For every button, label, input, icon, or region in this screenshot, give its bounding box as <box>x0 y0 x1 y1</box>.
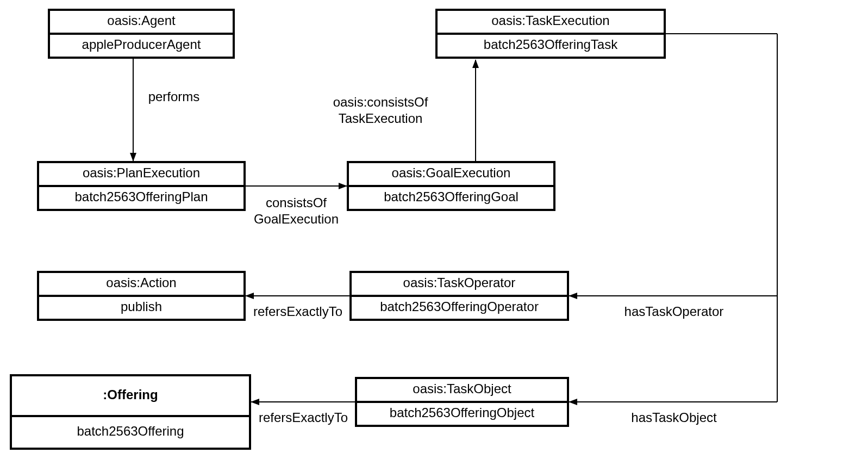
node-task-operator-header: oasis:TaskOperator <box>403 275 516 290</box>
edge-has-task-operator-label: hasTaskOperator <box>625 304 724 319</box>
node-offering-header: :Offering <box>103 387 158 402</box>
node-goal-execution: oasis:GoalExecution batch2563OfferingGoa… <box>348 162 554 210</box>
node-task-execution-value: batch2563OfferingTask <box>484 37 618 52</box>
edge-consists-of-task: oasis:consistsOf TaskExecution <box>333 60 476 161</box>
node-agent-header: oasis:Agent <box>107 13 176 28</box>
node-agent-value: appleProducerAgent <box>82 37 201 52</box>
node-plan-execution-value: batch2563OfferingPlan <box>74 189 208 204</box>
edge-refers-exactly-to-action-label: refersExactlyTo <box>253 304 342 319</box>
edge-consists-of-goal-label1: consistsOf <box>266 195 327 210</box>
node-task-object-header: oasis:TaskObject <box>413 381 511 396</box>
edge-performs-label: performs <box>148 89 200 104</box>
node-action: oasis:Action publish <box>38 272 245 320</box>
node-task-operator-value: batch2563OfferingOperator <box>380 299 539 314</box>
node-task-execution: oasis:TaskExecution batch2563OfferingTas… <box>436 10 665 58</box>
node-offering: :Offering batch2563Offering <box>11 375 250 449</box>
edge-consists-of-task-label2: TaskExecution <box>339 111 423 126</box>
node-task-object: oasis:TaskObject batch2563OfferingObject <box>356 378 568 426</box>
edge-consists-of-task-label1: oasis:consistsOf <box>333 95 428 109</box>
ontology-diagram: oasis:Agent appleProducerAgent oasis:Tas… <box>0 0 868 465</box>
edge-consists-of-goal: consistsOf GoalExecution <box>246 186 347 226</box>
node-goal-execution-header: oasis:GoalExecution <box>392 165 511 180</box>
edge-has-task-object-label: hasTaskObject <box>631 410 717 425</box>
edge-has-task-object: hasTaskObject <box>569 402 777 425</box>
node-agent: oasis:Agent appleProducerAgent <box>49 10 234 58</box>
edge-consists-of-goal-label2: GoalExecution <box>254 212 339 226</box>
node-plan-execution-header: oasis:PlanExecution <box>83 165 200 180</box>
node-task-operator: oasis:TaskOperator batch2563OfferingOper… <box>351 272 568 320</box>
edge-refers-exactly-to-offering-label: refersExactlyTo <box>259 410 348 425</box>
node-goal-execution-value: batch2563OfferingGoal <box>384 189 519 204</box>
node-task-object-value: batch2563OfferingObject <box>390 405 535 420</box>
node-plan-execution: oasis:PlanExecution batch2563OfferingPla… <box>38 162 245 210</box>
edge-refers-exactly-to-action: refersExactlyTo <box>246 296 349 319</box>
node-task-execution-header: oasis:TaskExecution <box>491 13 609 28</box>
node-action-header: oasis:Action <box>106 275 176 290</box>
node-action-value: publish <box>121 299 162 314</box>
edge-performs: performs <box>133 59 199 161</box>
node-offering-value: batch2563Offering <box>77 424 184 438</box>
edge-has-task-operator: hasTaskOperator <box>569 296 777 319</box>
edge-refers-exactly-to-offering: refersExactlyTo <box>251 402 355 425</box>
